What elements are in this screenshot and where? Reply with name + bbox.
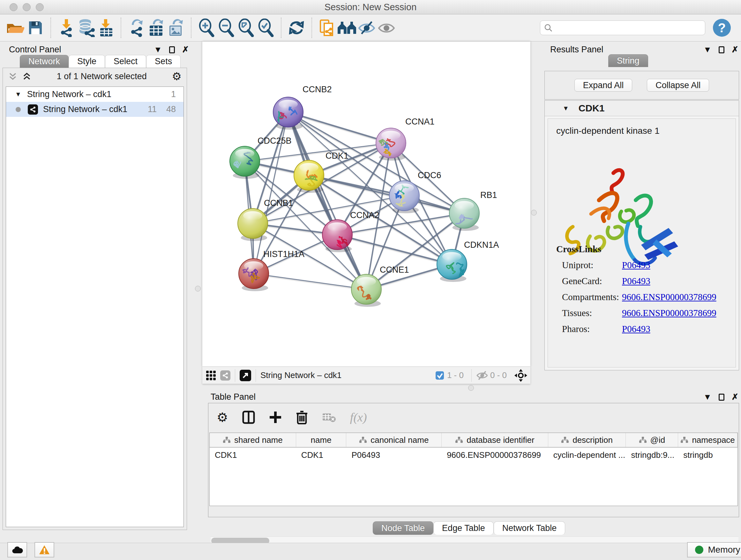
selected-checkbox-icon[interactable] bbox=[435, 371, 445, 380]
close-table-panel-icon[interactable]: ✗ bbox=[731, 392, 738, 402]
column-network-icon bbox=[680, 436, 688, 443]
import-network-database-icon[interactable] bbox=[76, 18, 96, 38]
import-network-file-icon[interactable] bbox=[56, 18, 76, 38]
float-table-panel-icon[interactable]: ▼ bbox=[703, 392, 712, 402]
network-node-count: 11 bbox=[148, 105, 157, 114]
close-window-button[interactable] bbox=[10, 3, 17, 11]
table-options-gear-icon[interactable]: ⚙ bbox=[217, 410, 228, 425]
network-node-CCNA1[interactable]: CCNA1 bbox=[376, 117, 434, 161]
cell-namespace[interactable]: stringdb bbox=[678, 450, 738, 460]
splitter-handle-bottom[interactable] bbox=[468, 385, 474, 391]
column-header-shared-name[interactable]: shared name bbox=[210, 433, 296, 447]
network-edge-HIST1H1A-CCNE1[interactable] bbox=[254, 273, 366, 289]
search-input[interactable] bbox=[556, 23, 701, 33]
collection-caret-icon[interactable]: ▼ bbox=[15, 91, 21, 98]
splitter-handle-left[interactable] bbox=[195, 286, 201, 292]
open-session-icon[interactable] bbox=[6, 18, 25, 38]
column-network-icon bbox=[223, 436, 230, 443]
export-table-icon[interactable] bbox=[146, 18, 166, 38]
cell-shared-name[interactable]: CDK1 bbox=[210, 450, 296, 460]
new-network-from-selection-icon[interactable] bbox=[317, 18, 337, 38]
network-collection-row[interactable]: ▼ String Network – cdk1 1 bbox=[6, 87, 184, 102]
tab-edge-table[interactable]: Edge Table bbox=[433, 521, 494, 535]
export-image-icon[interactable] bbox=[166, 18, 186, 38]
expand-all-networks-icon[interactable] bbox=[22, 71, 31, 81]
float-results-panel-icon[interactable]: ▼ bbox=[703, 45, 712, 55]
tab-network[interactable]: Network bbox=[20, 55, 69, 68]
cell-canonical-name[interactable]: P06493 bbox=[346, 450, 442, 460]
cloud-status-button[interactable] bbox=[7, 542, 27, 557]
save-session-icon[interactable] bbox=[25, 18, 45, 38]
crosslink-link[interactable]: P06493 bbox=[622, 276, 650, 287]
network-edge-CCNB2-CCNE1[interactable] bbox=[288, 112, 366, 289]
hide-selection-icon[interactable] bbox=[357, 18, 377, 38]
column-header-canonical-name[interactable]: canonical name bbox=[346, 433, 442, 447]
show-columns-icon[interactable] bbox=[242, 410, 255, 424]
maximize-results-panel-icon[interactable] bbox=[719, 46, 724, 53]
network-row[interactable]: String Network – cdk1 11 48 bbox=[6, 102, 184, 117]
node-label-CCNE1: CCNE1 bbox=[380, 265, 409, 274]
hidden-eye-icon[interactable] bbox=[476, 371, 488, 380]
zoom-out-icon[interactable] bbox=[216, 18, 236, 38]
crosslink-link[interactable]: P06493 bbox=[622, 324, 650, 334]
tab-style[interactable]: Style bbox=[69, 55, 105, 68]
close-results-panel-icon[interactable]: ✗ bbox=[731, 45, 738, 55]
warning-status-button[interactable] bbox=[35, 542, 54, 557]
tab-node-table[interactable]: Node Table bbox=[373, 521, 433, 535]
column-header--id[interactable]: @id bbox=[626, 433, 678, 447]
network-node-HIST1H1A[interactable]: HIST1H1A bbox=[239, 249, 305, 291]
detach-view-icon[interactable] bbox=[240, 370, 251, 381]
export-network-icon[interactable] bbox=[126, 18, 146, 38]
network-node-CCNE1[interactable]: CCNE1 bbox=[351, 265, 409, 307]
node-label-CCNA2: CCNA2 bbox=[350, 210, 380, 220]
network-node-RB1[interactable]: RB1 bbox=[449, 190, 497, 231]
import-table-file-icon[interactable] bbox=[96, 18, 116, 38]
table-row[interactable]: CDK1CDK1P064939606.ENSP00000378699cyclin… bbox=[210, 448, 738, 462]
tab-select[interactable]: Select bbox=[105, 55, 146, 68]
show-all-icon[interactable] bbox=[377, 18, 396, 38]
expand-all-button[interactable]: Expand All bbox=[575, 79, 632, 91]
crosslink-link[interactable]: 9606.ENSP00000378699 bbox=[622, 292, 717, 302]
crosslink-link[interactable]: 9606.ENSP00000378699 bbox=[622, 308, 717, 318]
column-header-description[interactable]: description bbox=[548, 433, 626, 447]
tab-network-table[interactable]: Network Table bbox=[494, 521, 565, 535]
fit-content-crosshair-icon[interactable] bbox=[515, 369, 527, 382]
zoom-selected-icon[interactable] bbox=[256, 18, 276, 38]
network-options-gear-icon[interactable]: ⚙ bbox=[172, 70, 182, 83]
network-tree: ▼ String Network – cdk1 1 String Network… bbox=[6, 86, 184, 527]
collapse-all-button[interactable]: Collapse All bbox=[647, 79, 709, 91]
update-network-icon[interactable] bbox=[286, 18, 307, 38]
minimize-window-button[interactable] bbox=[23, 3, 30, 11]
create-column-icon[interactable] bbox=[269, 411, 282, 424]
node-label-CDKN1A: CDKN1A bbox=[464, 240, 499, 250]
cell--id[interactable]: stringdb:9... bbox=[626, 450, 678, 460]
maximize-table-panel-icon[interactable] bbox=[719, 394, 724, 401]
float-panel-icon[interactable]: ▼ bbox=[154, 45, 162, 55]
column-header-name[interactable]: name bbox=[296, 433, 347, 447]
cell-name[interactable]: CDK1 bbox=[296, 450, 347, 460]
network-canvas[interactable]: CCNB2CCNA1CDC25BCDK1CDC6RB1CCNB1CCNA2CDK… bbox=[202, 42, 530, 367]
first-neighbors-icon[interactable] bbox=[337, 18, 357, 38]
grid-view-icon[interactable] bbox=[205, 370, 216, 381]
maximize-panel-icon[interactable] bbox=[169, 46, 175, 53]
tab-sets[interactable]: Sets bbox=[146, 55, 181, 68]
delete-column-icon[interactable] bbox=[296, 410, 308, 424]
column-header-database-identifier[interactable]: database identifier bbox=[442, 433, 548, 447]
zoom-window-button[interactable] bbox=[36, 3, 44, 11]
cell-database-identifier[interactable]: 9606.ENSP00000378699 bbox=[442, 450, 548, 460]
help-button[interactable]: ? bbox=[713, 19, 731, 37]
node-table: shared namenamecanonical namedatabase id… bbox=[209, 433, 738, 506]
splitter-handle-right[interactable] bbox=[531, 210, 537, 215]
collapse-all-networks-icon[interactable] bbox=[8, 71, 17, 81]
node-label-CDC6: CDC6 bbox=[418, 171, 441, 180]
tab-string[interactable]: String bbox=[608, 54, 648, 67]
cell-description[interactable]: cyclin-dependent ... bbox=[548, 450, 626, 460]
crosslink-link[interactable]: P06493 bbox=[622, 260, 650, 270]
entry-caret-icon[interactable]: ▼ bbox=[562, 105, 569, 112]
network-node-CDKN1A[interactable]: CDKN1A bbox=[437, 240, 499, 282]
memory-button[interactable]: Memory bbox=[687, 542, 741, 557]
column-header-namespace[interactable]: namespace bbox=[678, 433, 738, 447]
zoom-fit-icon[interactable] bbox=[236, 18, 256, 38]
close-panel-icon[interactable]: ✗ bbox=[182, 45, 189, 55]
zoom-in-icon[interactable] bbox=[197, 18, 216, 38]
